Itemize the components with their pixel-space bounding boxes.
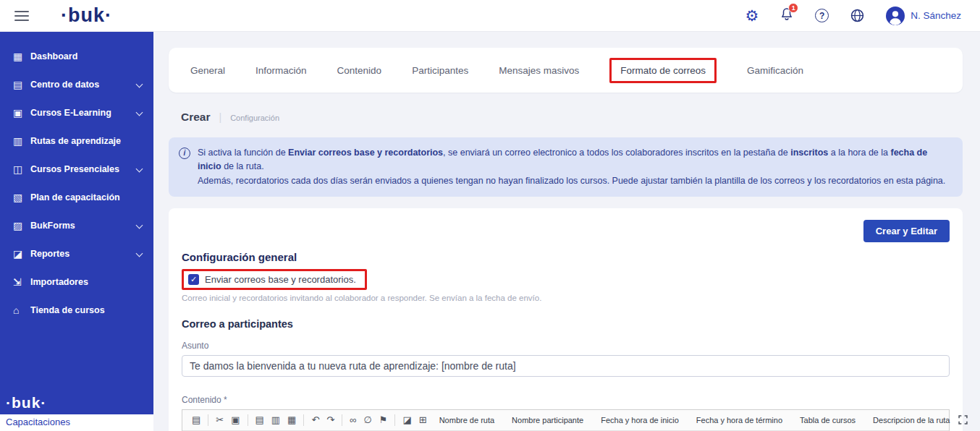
sidebar-item-cursos-elearning[interactable]: ▣ Cursos E-Learning [0,98,153,127]
chevron-down-icon [136,109,143,116]
sidebar-item-label: Tienda de cursos [30,305,105,315]
sidebar-item-label: Rutas de aprendizaje [30,136,121,146]
sidebar: ▦ Dashboard ▤ Centro de datos ▣ Cursos E… [0,32,153,431]
table-icon[interactable]: ⊞ [415,413,431,427]
forms-icon: ▨ [13,220,30,231]
contenido-label: Contenido * [182,395,950,405]
sidebar-item-plan-de-capacitacion[interactable]: ▧ Plan de capacitación [0,183,153,211]
notifications-bell-icon[interactable]: 1 [780,7,793,24]
sidebar-item-bukforms[interactable]: ▨ BukForms [0,211,153,239]
buk-logo[interactable]: ·buk· [61,4,112,27]
hamburger-menu-icon[interactable] [14,8,29,24]
breadcrumb-configuracion-link[interactable]: Configuración [230,114,279,122]
importers-icon: ⇲ [13,276,30,288]
form-card: Crear y Editar Configuración general ✓ E… [169,208,963,431]
tab-gamificacion[interactable]: Gamificación [747,65,803,76]
sidebar-capacitaciones-link[interactable]: Capacitaciones [0,414,153,431]
sidebar-item-label: Dashboard [30,51,77,61]
sidebar-item-dashboard[interactable]: ▦ Dashboard [0,42,153,70]
user-menu[interactable]: N. Sánchez [886,7,961,25]
info-icon: i [179,148,190,159]
token-tabla-de-cursos[interactable]: Tabla de cursos [800,416,856,424]
image-icon[interactable]: ◪ [399,413,415,427]
course-store-icon: ⌂ [13,304,30,316]
breadcrumb-current: Crear [181,111,211,124]
editor-toolbar-row-1: ▤ ✂ ▣ ▤ ▥ ▦ ↶ ↷ ∞ ∅ ⚑ ◪ ⊞ Nombre de ruta… [182,410,949,431]
breadcrumb-divider: | [219,111,222,123]
token-descripcion-de-la-ruta[interactable]: Descripcion de la ruta [873,416,950,424]
learning-path-icon: ▥ [13,135,30,147]
correo-a-participantes-title: Correo a participantes [182,318,950,330]
rich-text-editor: ▤ ✂ ▣ ▤ ▥ ▦ ↶ ↷ ∞ ∅ ⚑ ◪ ⊞ Nombre de ruta… [182,409,950,431]
crear-y-editar-button[interactable]: Crear y Editar [863,220,950,242]
data-center-icon: ▤ [13,79,30,90]
tab-general[interactable]: General [190,65,225,76]
settings-gear-icon[interactable]: ⚙ [745,8,759,23]
checkbox-checked-icon[interactable]: ✓ [188,274,199,285]
paste-plain-text-icon[interactable]: ▥ [268,413,284,427]
training-plan-icon: ▧ [13,192,30,203]
tab-mensajes-masivos[interactable]: Mensajes masivos [499,65,579,76]
token-fecha-hora-inicio[interactable]: Fecha y hora de inicio [601,416,679,424]
sidebar-item-label: Plan de capacitación [30,192,120,202]
chevron-down-icon [136,222,143,229]
sidebar-buk-logo: ·buk· [0,394,153,414]
language-globe-icon[interactable] [850,9,864,22]
chevron-down-icon [136,166,143,173]
cut-icon[interactable]: ✂ [212,413,227,427]
chevron-down-icon [136,81,143,88]
sidebar-item-centro-de-datos[interactable]: ▤ Centro de datos [0,70,153,98]
asunto-label: Asunto [182,341,950,351]
topbar: ·buk· ⚙ 1 ? N. Sánchez [0,0,980,32]
reports-icon: ◪ [13,248,30,260]
chevron-down-icon [136,250,143,257]
sidebar-nav: ▦ Dashboard ▤ Centro de datos ▣ Cursos E… [0,32,153,324]
sidebar-item-label: BukForms [30,221,75,231]
tab-formato-de-correos[interactable]: Formato de correos [609,58,717,83]
notification-badge: 1 [788,3,798,13]
anchor-flag-icon[interactable]: ⚑ [376,413,392,427]
info-alert: i Si activa la función de Enviar correos… [169,137,963,197]
redo-icon[interactable]: ↷ [323,413,338,427]
token-nombre-de-ruta[interactable]: Nombre de ruta [439,416,494,424]
tab-contenido[interactable]: Contenido [337,65,382,76]
sidebar-item-label: Cursos Presenciales [30,164,119,174]
main-content: General Información Contenido Participan… [153,0,980,431]
sidebar-item-cursos-presenciales[interactable]: ◫ Cursos Presenciales [0,155,153,183]
paste-icon[interactable]: ▤ [252,413,268,427]
sidebar-item-importadores[interactable]: ⇲ Importadores [0,268,153,296]
asunto-input[interactable] [182,355,950,377]
token-fecha-hora-termino[interactable]: Fecha y hora de término [696,416,782,424]
user-name: N. Sánchez [911,10,961,21]
tab-informacion[interactable]: Información [255,65,307,76]
unlink-icon[interactable]: ∅ [360,413,375,427]
sidebar-item-label: Centro de datos [30,80,99,90]
topbar-actions: ⚙ 1 ? N. Sánchez [745,7,961,25]
avatar [886,7,905,25]
paste-from-word-icon[interactable]: ▦ [284,413,300,427]
alert-text: Si activa la función de Enviar correos b… [198,146,950,188]
help-icon[interactable]: ? [815,9,829,22]
sidebar-item-label: Reportes [30,249,69,259]
sidebar-item-label: Importadores [30,277,88,287]
dashboard-icon: ▦ [13,51,30,62]
elearning-icon: ▣ [13,107,30,119]
templates-icon[interactable]: ▤ [188,413,204,427]
sidebar-item-reportes[interactable]: ◪ Reportes [0,239,153,268]
configuracion-general-title: Configuración general [182,251,950,263]
enviar-correos-checkbox-row[interactable]: ✓ Enviar correos base y recordatorios. [182,269,367,290]
breadcrumb: Crear | Configuración [181,111,963,124]
sidebar-item-label: Cursos E-Learning [30,108,111,118]
token-nombre-participante[interactable]: Nombre participante [512,416,583,424]
undo-icon[interactable]: ↶ [308,413,323,427]
sidebar-item-rutas-de-aprendizaje[interactable]: ▥ Rutas de aprendizaje [0,127,153,155]
checkbox-label: Enviar correos base y recordatorios. [205,274,356,285]
link-icon[interactable]: ∞ [346,413,360,427]
sidebar-item-tienda-de-cursos[interactable]: ⌂ Tienda de cursos [0,296,153,324]
copy-icon[interactable]: ▣ [227,413,243,427]
tab-participantes[interactable]: Participantes [412,65,468,76]
in-person-courses-icon: ◫ [13,163,30,175]
maximize-icon[interactable] [958,415,971,424]
checkbox-helper-text: Correo inicial y recordatorios invitando… [182,294,950,302]
tabs-bar: General Información Contenido Participan… [169,48,963,93]
